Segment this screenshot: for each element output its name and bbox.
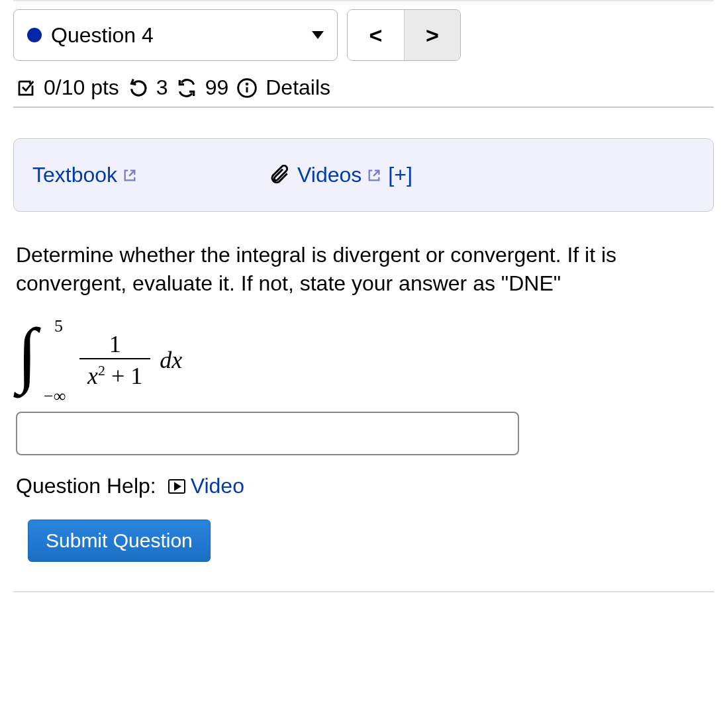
attempts-total: 99 xyxy=(205,75,229,100)
divider xyxy=(13,591,714,592)
question-stats: 0/10 pts 3 99 Details xyxy=(13,64,714,108)
attempts-used: 3 xyxy=(156,75,168,100)
chevron-right-icon: > xyxy=(426,23,439,48)
resources-panel: Textbook Videos [+] xyxy=(13,138,714,212)
external-link-icon xyxy=(367,168,381,183)
videos-link[interactable]: Videos xyxy=(297,163,381,187)
svg-point-1 xyxy=(246,83,248,85)
retry-icon xyxy=(176,77,197,99)
integral-lower-limit: −∞ xyxy=(44,387,66,406)
fraction-numerator: 1 xyxy=(96,330,134,358)
external-link-icon xyxy=(122,168,137,183)
status-dot-icon xyxy=(27,28,42,42)
checkbox-icon xyxy=(16,78,36,98)
submit-label: Submit Question xyxy=(46,529,193,551)
fraction: 1 x2 + 1 xyxy=(79,330,150,390)
help-video-link[interactable]: Video xyxy=(168,474,244,498)
caret-down-icon xyxy=(312,31,324,39)
prev-question-button[interactable]: < xyxy=(348,10,404,60)
question-selector[interactable]: Question 4 xyxy=(13,9,338,61)
play-video-icon xyxy=(168,479,185,494)
differential: dx xyxy=(160,346,182,374)
info-icon xyxy=(236,77,258,99)
help-video-label: Video xyxy=(191,474,244,498)
fraction-denominator: x2 + 1 xyxy=(79,358,150,390)
question-selector-label: Question 4 xyxy=(51,23,303,48)
attachment-icon xyxy=(269,165,291,186)
answer-input[interactable] xyxy=(16,412,519,455)
integral-symbol-icon: ∫ xyxy=(17,318,37,390)
details-link[interactable]: Details xyxy=(266,75,330,100)
question-prompt: Determine whether the integral is diverg… xyxy=(13,241,714,298)
question-nav: < > xyxy=(347,9,461,61)
videos-expand-button[interactable]: [+] xyxy=(388,163,412,187)
integral-expression: ∫ 5 −∞ 1 x2 + 1 dx xyxy=(13,320,714,400)
integral-upper-limit: 5 xyxy=(54,316,63,336)
points-label: 0/10 pts xyxy=(44,75,119,100)
undo-icon xyxy=(127,77,148,99)
chevron-left-icon: < xyxy=(369,23,383,48)
videos-label: Videos xyxy=(297,163,362,187)
submit-question-button[interactable]: Submit Question xyxy=(28,520,211,562)
question-help-label: Question Help: xyxy=(16,474,156,498)
textbook-label: Textbook xyxy=(32,163,117,187)
next-question-button[interactable]: > xyxy=(404,10,460,60)
question-help: Question Help: Video xyxy=(13,474,714,498)
textbook-link[interactable]: Textbook xyxy=(32,163,137,187)
